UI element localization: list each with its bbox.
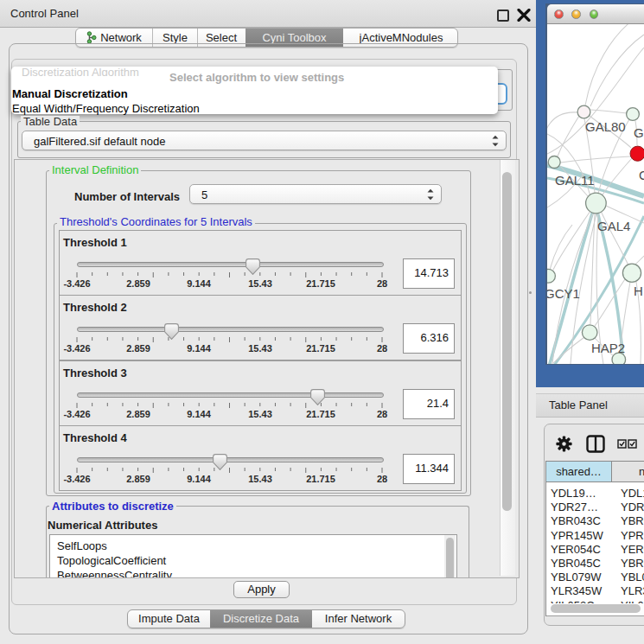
svg-text:G.: G. [634,125,644,140]
svg-text:HAP2: HAP2 [591,341,625,355]
svg-text:C: C [639,168,644,182]
svg-text:GAL4: GAL4 [597,219,630,233]
svg-text:GCY1: GCY1 [547,286,580,301]
svg-text:H: H [634,284,643,298]
svg-text:GAL11: GAL11 [555,173,595,188]
svg-text:GAL80: GAL80 [585,119,626,134]
